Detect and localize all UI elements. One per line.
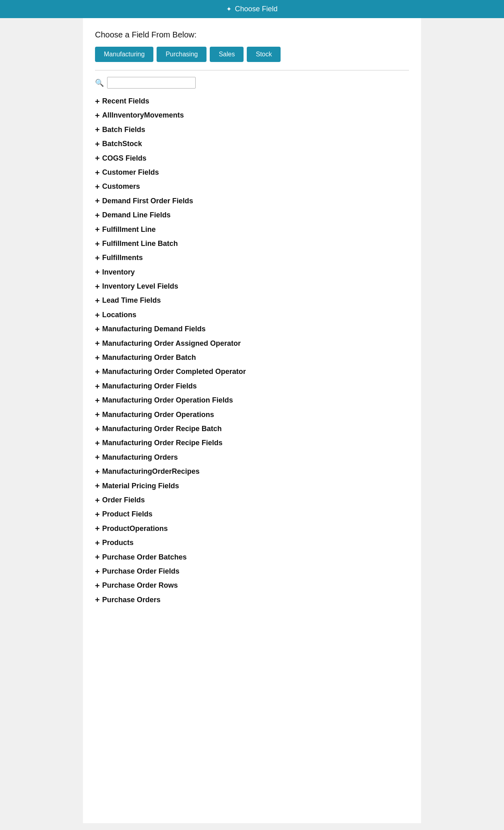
- field-label: BatchStock: [102, 139, 142, 149]
- list-item[interactable]: + ProductOperations: [95, 522, 409, 536]
- list-item[interactable]: + COGS Fields: [95, 151, 409, 165]
- plus-icon: +: [95, 169, 100, 177]
- list-item[interactable]: + AllInventoryMovements: [95, 108, 409, 122]
- plus-icon: +: [95, 197, 100, 205]
- list-item[interactable]: + Customers: [95, 180, 409, 194]
- field-label: Manufacturing Order Completed Operator: [102, 367, 246, 376]
- field-label: Customer Fields: [102, 168, 159, 177]
- list-item[interactable]: + Manufacturing Order Completed Operator: [95, 365, 409, 379]
- field-label: AllInventoryMovements: [102, 111, 184, 120]
- field-label: Manufacturing Order Operations: [102, 410, 214, 419]
- plus-icon: +: [95, 254, 100, 262]
- plus-icon: +: [95, 339, 100, 347]
- modal-header: ✦ Choose Field: [0, 0, 504, 18]
- list-item[interactable]: + Recent Fields: [95, 94, 409, 108]
- plus-icon: +: [95, 524, 100, 533]
- list-item[interactable]: + Fulfillment Line: [95, 223, 409, 237]
- field-label: Product Fields: [102, 510, 153, 519]
- plus-icon: +: [95, 539, 100, 547]
- plus-icon: +: [95, 382, 100, 390]
- plus-icon: +: [95, 368, 100, 376]
- btn-manufacturing[interactable]: Manufacturing: [95, 47, 153, 62]
- list-item[interactable]: + Purchase Order Batches: [95, 550, 409, 564]
- list-item[interactable]: + Manufacturing Order Operation Fields: [95, 393, 409, 407]
- field-label: Material Pricing Fields: [102, 481, 179, 491]
- plus-icon: +: [95, 325, 100, 333]
- list-item[interactable]: + Manufacturing Demand Fields: [95, 322, 409, 336]
- btn-stock[interactable]: Stock: [247, 47, 281, 62]
- plus-icon: +: [95, 453, 100, 461]
- plus-icon: +: [95, 553, 100, 561]
- plus-icon: +: [95, 211, 100, 219]
- plus-icon: +: [95, 482, 100, 490]
- list-item[interactable]: + Purchase Orders: [95, 593, 409, 607]
- field-label: Inventory: [102, 268, 135, 277]
- list-item[interactable]: + Manufacturing Order Recipe Fields: [95, 436, 409, 450]
- plus-icon: +: [95, 568, 100, 576]
- plus-icon: +: [95, 283, 100, 291]
- list-item[interactable]: + Manufacturing Order Recipe Batch: [95, 422, 409, 436]
- list-item[interactable]: + Inventory: [95, 265, 409, 279]
- plus-icon: +: [95, 126, 100, 134]
- plus-icon: +: [95, 154, 100, 162]
- field-label: Order Fields: [102, 496, 145, 505]
- btn-purchasing[interactable]: Purchasing: [157, 47, 207, 62]
- plus-icon: +: [95, 297, 100, 305]
- divider: [95, 70, 409, 70]
- field-label: COGS Fields: [102, 154, 147, 163]
- field-label: Purchase Order Fields: [102, 567, 180, 576]
- search-row: 🔍: [95, 77, 409, 89]
- list-item[interactable]: + Product Fields: [95, 507, 409, 521]
- list-item[interactable]: + ManufacturingOrderRecipes: [95, 465, 409, 479]
- list-item[interactable]: + Lead Time Fields: [95, 293, 409, 308]
- list-item[interactable]: + Purchase Order Rows: [95, 578, 409, 593]
- list-item[interactable]: + Customer Fields: [95, 165, 409, 180]
- list-item[interactable]: + Manufacturing Order Assigned Operator: [95, 337, 409, 351]
- btn-sales[interactable]: Sales: [210, 47, 244, 62]
- plus-icon: +: [95, 468, 100, 476]
- plus-icon: +: [95, 439, 100, 447]
- list-item[interactable]: + Batch Fields: [95, 123, 409, 137]
- field-label: Manufacturing Demand Fields: [102, 324, 206, 334]
- list-item[interactable]: + BatchStock: [95, 137, 409, 151]
- plus-icon: +: [95, 111, 100, 120]
- field-label: Purchase Order Rows: [102, 581, 178, 590]
- field-label: Purchase Order Batches: [102, 553, 187, 562]
- field-label: Lead Time Fields: [102, 296, 161, 305]
- choose-label: Choose a Field From Below:: [95, 30, 409, 39]
- list-item[interactable]: + Manufacturing Order Fields: [95, 379, 409, 393]
- list-item[interactable]: + Purchase Order Fields: [95, 564, 409, 578]
- list-item[interactable]: + Fulfillment Line Batch: [95, 237, 409, 251]
- list-item[interactable]: + Inventory Level Fields: [95, 279, 409, 293]
- list-item[interactable]: + Locations: [95, 308, 409, 322]
- field-label: Fulfillment Line: [102, 225, 156, 234]
- search-icon: 🔍: [95, 78, 104, 87]
- list-item[interactable]: + Manufacturing Order Batch: [95, 351, 409, 365]
- field-label: Manufacturing Order Fields: [102, 382, 197, 391]
- plus-icon: +: [95, 411, 100, 419]
- list-item[interactable]: + Products: [95, 536, 409, 550]
- plus-icon: +: [95, 496, 100, 504]
- list-item[interactable]: + Manufacturing Orders: [95, 450, 409, 465]
- field-label: Manufacturing Orders: [102, 453, 178, 462]
- field-label: Locations: [102, 310, 136, 320]
- plus-icon: +: [95, 240, 100, 248]
- list-item[interactable]: + Material Pricing Fields: [95, 479, 409, 493]
- list-item[interactable]: + Demand First Order Fields: [95, 194, 409, 208]
- field-label: Fulfillments: [102, 253, 143, 262]
- field-label: Customers: [102, 182, 140, 191]
- header-title: Choose Field: [235, 5, 277, 13]
- list-item[interactable]: + Demand Line Fields: [95, 208, 409, 222]
- list-item[interactable]: + Fulfillments: [95, 251, 409, 265]
- plus-icon: +: [95, 225, 100, 233]
- search-input[interactable]: [107, 77, 196, 89]
- field-label: Purchase Orders: [102, 595, 161, 605]
- field-label: Batch Fields: [102, 125, 145, 134]
- field-label: Manufacturing Order Recipe Batch: [102, 424, 222, 434]
- field-label: Demand Line Fields: [102, 211, 171, 220]
- plus-icon: +: [95, 596, 100, 604]
- list-item[interactable]: + Order Fields: [95, 493, 409, 507]
- list-item[interactable]: + Manufacturing Order Operations: [95, 408, 409, 422]
- field-list: + Recent Fields + AllInventoryMovements …: [95, 94, 409, 607]
- field-label: Inventory Level Fields: [102, 282, 178, 291]
